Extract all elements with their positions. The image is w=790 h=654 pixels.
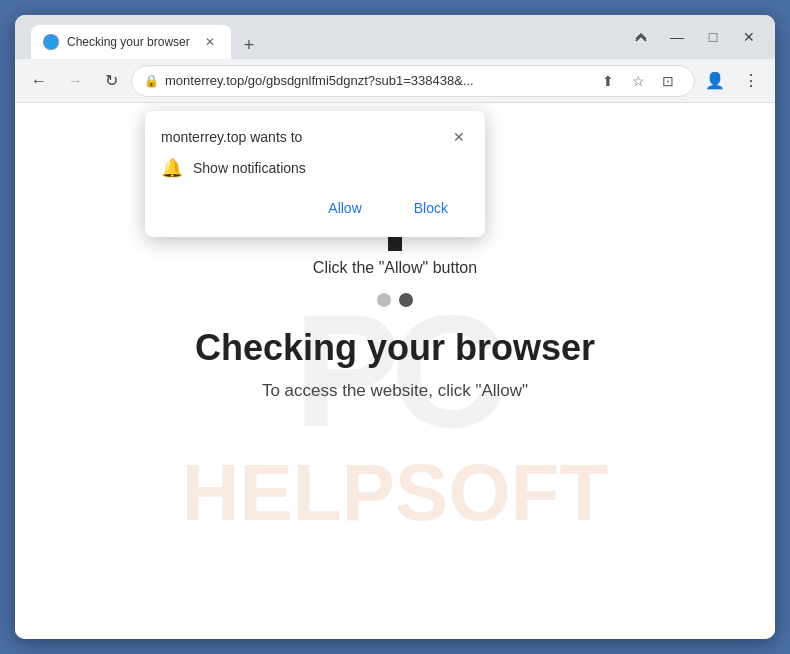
dot-light: [377, 293, 391, 307]
popup-notification-row: 🔔 Show notifications: [161, 157, 469, 179]
popup-close-button[interactable]: ✕: [449, 127, 469, 147]
address-bar[interactable]: 🔒 monterrey.top/go/gbsdgnlfmi5dgnzt?sub1…: [131, 65, 695, 97]
nav-bar: ← → ↻ 🔒 monterrey.top/go/gbsdgnlfmi5dgnz…: [15, 59, 775, 103]
menu-button[interactable]: ⋮: [735, 65, 767, 97]
notification-popup: monterrey.top wants to ✕ 🔔 Show notifica…: [145, 111, 485, 237]
url-display: monterrey.top/go/gbsdgnlfmi5dgnzt?sub1=3…: [165, 73, 588, 88]
minimize-button[interactable]: —: [659, 19, 695, 55]
close-button[interactable]: ✕: [731, 19, 767, 55]
allow-button[interactable]: Allow: [307, 193, 382, 223]
tab-title: Checking your browser: [67, 35, 193, 49]
watermark-bottom-text: HELPSOFT: [182, 447, 609, 539]
window-controls: — □ ✕: [623, 19, 767, 55]
bookmark-button[interactable]: ☆: [624, 67, 652, 95]
click-instruction: Click the "Allow" button: [313, 259, 477, 277]
tab-close-button[interactable]: ✕: [201, 33, 219, 51]
split-view-button[interactable]: ⊡: [654, 67, 682, 95]
block-button[interactable]: Block: [393, 193, 469, 223]
new-tab-button[interactable]: +: [235, 31, 263, 59]
browser-window: 🌐 Checking your browser ✕ + — □: [15, 15, 775, 639]
tab-strip: 🌐 Checking your browser ✕ +: [23, 15, 263, 59]
forward-button[interactable]: →: [59, 65, 91, 97]
loading-dots: [377, 293, 413, 307]
popup-header: monterrey.top wants to ✕: [161, 127, 469, 147]
share-button[interactable]: ⬆: [594, 67, 622, 95]
maximize-button[interactable]: □: [695, 19, 731, 55]
watermark-bottom: HELPSOFT: [15, 447, 775, 539]
popup-actions: Allow Block: [161, 193, 469, 223]
active-tab[interactable]: 🌐 Checking your browser ✕: [31, 25, 231, 59]
collapse-button[interactable]: [623, 19, 659, 55]
profile-button[interactable]: 👤: [699, 65, 731, 97]
title-bar: 🌐 Checking your browser ✕ + — □: [15, 15, 775, 59]
back-button[interactable]: ←: [23, 65, 55, 97]
reload-button[interactable]: ↻: [95, 65, 127, 97]
tab-favicon: 🌐: [43, 34, 59, 50]
content-area: PC HELPSOFT monterrey.top wants to ✕ 🔔 S…: [15, 103, 775, 639]
bell-icon: 🔔: [161, 157, 183, 179]
notification-label: Show notifications: [193, 160, 306, 176]
popup-title: monterrey.top wants to: [161, 129, 302, 145]
address-actions: ⬆ ☆ ⊡: [594, 67, 682, 95]
lock-icon: 🔒: [144, 74, 159, 88]
dot-dark: [399, 293, 413, 307]
sub-heading: To access the website, click "Allow": [262, 381, 528, 401]
main-heading: Checking your browser: [195, 327, 595, 369]
